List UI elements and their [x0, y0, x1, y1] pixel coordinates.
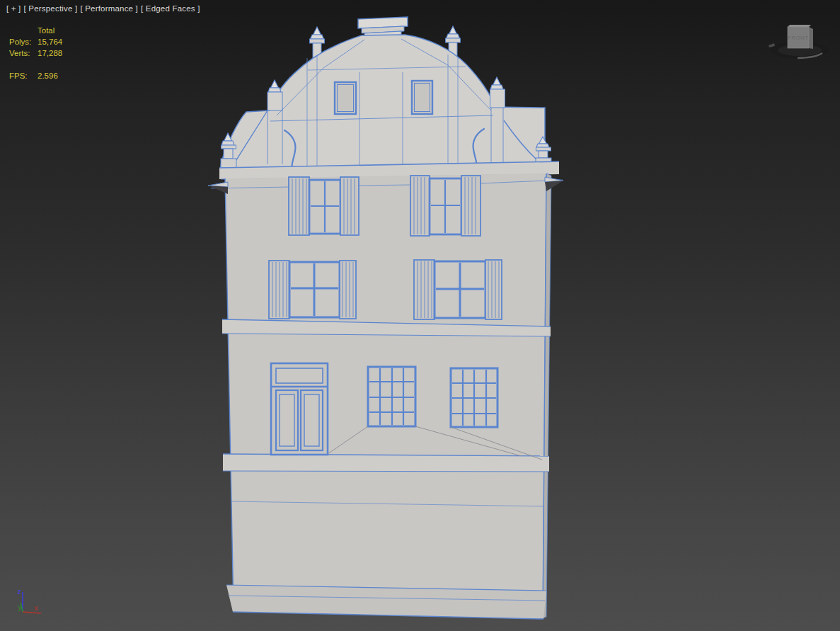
shutter-left: [414, 260, 435, 319]
pinnacle-mid-right: [490, 77, 505, 108]
entry-door: [271, 363, 328, 455]
viewport-3d[interactable]: FRONT z y x [ + ][ Perspective ][ Perfor…: [0, 0, 840, 631]
shutter-left: [289, 177, 309, 235]
axis-y-label: y: [18, 603, 22, 611]
window-sash: [435, 261, 485, 318]
window-lower-right: [414, 260, 502, 319]
window-sash: [309, 180, 340, 234]
stats-verts-value: 17,288: [38, 49, 62, 57]
viewcube[interactable]: FRONT: [769, 25, 829, 59]
stats-fps-value: 2.596: [38, 72, 58, 80]
axis-z-label: z: [17, 588, 21, 596]
pinnacle-mid-left: [267, 80, 282, 110]
viewcube-side-face[interactable]: [809, 27, 813, 49]
axis-x-label: x: [34, 604, 38, 612]
shutter-right: [340, 177, 359, 235]
window-ground-right: [451, 368, 497, 427]
window-upper-left: [289, 177, 359, 235]
viewport-menu-general[interactable]: [ + ]: [6, 4, 21, 13]
window-sash: [430, 178, 461, 234]
window-ground-center: [368, 367, 415, 426]
stats-fps-label: FPS:: [9, 72, 28, 80]
stats-total-header: Total: [38, 26, 54, 35]
viewport-label-bar: [ + ][ Perspective ][ Performance ][ Edg…: [6, 4, 203, 13]
shutter-right: [340, 261, 356, 319]
viewcube-front-label: FRONT: [788, 35, 809, 41]
viewport-menu-performance[interactable]: [ Performance ]: [80, 4, 138, 13]
window-upper-right: [410, 176, 481, 236]
axis-gizmo: z y x: [17, 588, 41, 613]
viewcube-top-face[interactable]: [788, 25, 811, 27]
gable-window-left: [335, 82, 356, 114]
window-sash: [289, 262, 340, 317]
shutter-left: [410, 176, 430, 236]
shutter-right: [485, 260, 502, 319]
eave-left: [208, 182, 228, 194]
stats-verts-label: Verts:: [9, 49, 30, 57]
building-model[interactable]: [208, 17, 563, 619]
window-lower-left: [269, 261, 356, 319]
shutter-right: [461, 176, 481, 236]
shutter-left: [269, 261, 289, 319]
eave-right: [545, 177, 563, 191]
viewport-menu-pov[interactable]: [ Perspective ]: [24, 4, 78, 13]
base-plinth: [226, 585, 546, 619]
gable-window-right: [412, 81, 432, 114]
scene-canvas[interactable]: FRONT z y x: [0, 0, 840, 631]
axis-x-line: [23, 612, 41, 613]
stats-polys-value: 15,764: [38, 38, 62, 46]
viewport-menu-shading[interactable]: [ Edged Faces ]: [141, 4, 200, 13]
stats-polys-label: Polys:: [9, 38, 31, 46]
